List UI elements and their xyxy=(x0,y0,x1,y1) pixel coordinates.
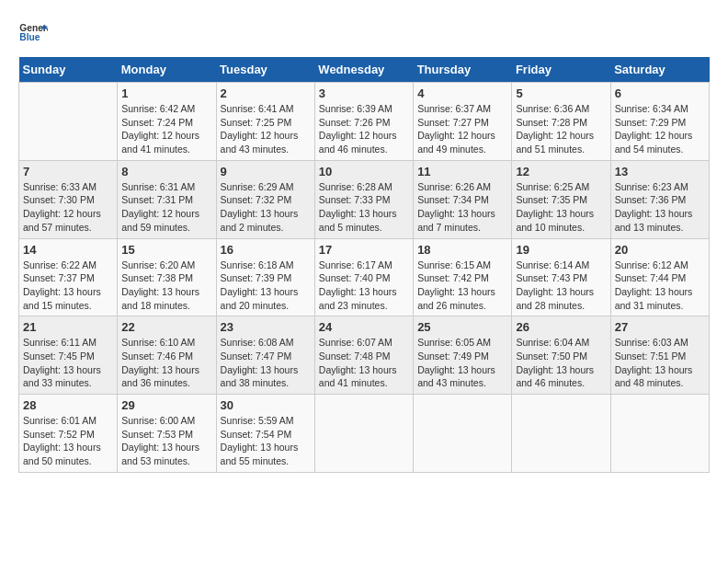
day-detail: Sunrise: 6:29 AMSunset: 7:32 PMDaylight:… xyxy=(221,180,311,235)
day-number: 14 xyxy=(23,243,113,257)
week-row-2: 7 Sunrise: 6:33 AMSunset: 7:30 PMDayligh… xyxy=(19,160,710,238)
calendar-cell: 10 Sunrise: 6:28 AMSunset: 7:33 PMDaylig… xyxy=(314,160,413,238)
calendar-cell: 22 Sunrise: 6:10 AMSunset: 7:46 PMDaylig… xyxy=(118,316,216,395)
day-detail: Sunrise: 6:07 AMSunset: 7:48 PMDaylight:… xyxy=(319,336,409,390)
day-number: 17 xyxy=(319,243,409,257)
day-number: 22 xyxy=(121,320,211,334)
day-number: 4 xyxy=(417,86,507,100)
day-number: 27 xyxy=(615,320,705,334)
day-of-week-saturday: Saturday xyxy=(610,57,709,83)
day-detail: Sunrise: 6:42 AMSunset: 7:24 PMDaylight:… xyxy=(121,102,211,156)
day-number: 15 xyxy=(121,243,211,257)
day-number: 10 xyxy=(319,165,409,178)
calendar-cell: 30 Sunrise: 5:59 AMSunset: 7:54 PMDaylig… xyxy=(216,395,314,473)
day-detail: Sunrise: 6:15 AMSunset: 7:42 PMDaylight:… xyxy=(417,259,507,313)
day-detail: Sunrise: 6:22 AMSunset: 7:37 PMDaylight:… xyxy=(23,259,113,313)
day-number: 1 xyxy=(121,86,211,100)
calendar-cell: 7 Sunrise: 6:33 AMSunset: 7:30 PMDayligh… xyxy=(19,160,118,238)
day-number: 5 xyxy=(516,86,606,100)
day-number: 26 xyxy=(516,320,606,334)
day-detail: Sunrise: 6:08 AMSunset: 7:47 PMDaylight:… xyxy=(221,336,311,390)
day-detail: Sunrise: 6:10 AMSunset: 7:46 PMDaylight:… xyxy=(121,336,211,390)
calendar-cell: 27 Sunrise: 6:03 AMSunset: 7:51 PMDaylig… xyxy=(610,316,709,395)
calendar-cell: 12 Sunrise: 6:25 AMSunset: 7:35 PMDaylig… xyxy=(512,160,610,238)
day-detail: Sunrise: 6:25 AMSunset: 7:35 PMDaylight:… xyxy=(516,180,606,235)
week-row-5: 28 Sunrise: 6:01 AMSunset: 7:52 PMDaylig… xyxy=(19,395,710,473)
calendar-cell: 9 Sunrise: 6:29 AMSunset: 7:32 PMDayligh… xyxy=(216,160,314,238)
day-number: 19 xyxy=(516,243,606,257)
header: General Blue xyxy=(18,18,710,48)
calendar-cell: 19 Sunrise: 6:14 AMSunset: 7:43 PMDaylig… xyxy=(512,238,610,316)
day-number: 3 xyxy=(319,86,409,100)
day-of-week-friday: Friday xyxy=(512,57,610,83)
calendar-cell xyxy=(414,395,512,473)
day-number: 24 xyxy=(319,320,409,334)
calendar-cell: 23 Sunrise: 6:08 AMSunset: 7:47 PMDaylig… xyxy=(216,316,314,395)
calendar-table: SundayMondayTuesdayWednesdayThursdayFrid… xyxy=(18,57,710,473)
calendar-cell xyxy=(314,395,413,473)
days-of-week-row: SundayMondayTuesdayWednesdayThursdayFrid… xyxy=(19,57,710,83)
calendar-cell: 1 Sunrise: 6:42 AMSunset: 7:24 PMDayligh… xyxy=(118,83,216,161)
day-detail: Sunrise: 6:41 AMSunset: 7:25 PMDaylight:… xyxy=(221,102,311,156)
calendar-cell: 15 Sunrise: 6:20 AMSunset: 7:38 PMDaylig… xyxy=(118,238,216,316)
day-of-week-tuesday: Tuesday xyxy=(216,57,314,83)
day-number: 2 xyxy=(221,86,311,100)
day-detail: Sunrise: 6:17 AMSunset: 7:40 PMDaylight:… xyxy=(319,259,409,313)
logo-icon: General Blue xyxy=(18,18,48,48)
day-detail: Sunrise: 6:11 AMSunset: 7:45 PMDaylight:… xyxy=(23,336,113,390)
day-number: 11 xyxy=(417,165,507,178)
day-detail: Sunrise: 5:59 AMSunset: 7:54 PMDaylight:… xyxy=(221,414,311,468)
calendar-cell: 8 Sunrise: 6:31 AMSunset: 7:31 PMDayligh… xyxy=(118,160,216,238)
day-detail: Sunrise: 6:28 AMSunset: 7:33 PMDaylight:… xyxy=(319,180,409,235)
calendar-cell: 5 Sunrise: 6:36 AMSunset: 7:28 PMDayligh… xyxy=(512,83,610,161)
day-number: 8 xyxy=(121,165,211,178)
calendar-cell: 26 Sunrise: 6:04 AMSunset: 7:50 PMDaylig… xyxy=(512,316,610,395)
day-detail: Sunrise: 6:12 AMSunset: 7:44 PMDaylight:… xyxy=(615,259,705,313)
calendar-body: 1 Sunrise: 6:42 AMSunset: 7:24 PMDayligh… xyxy=(19,83,710,473)
calendar-cell: 3 Sunrise: 6:39 AMSunset: 7:26 PMDayligh… xyxy=(314,83,413,161)
day-number: 30 xyxy=(221,398,311,412)
day-number: 23 xyxy=(221,320,311,334)
svg-text:Blue: Blue xyxy=(19,32,40,42)
calendar-cell: 16 Sunrise: 6:18 AMSunset: 7:39 PMDaylig… xyxy=(216,238,314,316)
calendar-cell: 17 Sunrise: 6:17 AMSunset: 7:40 PMDaylig… xyxy=(314,238,413,316)
day-number: 7 xyxy=(23,165,113,178)
day-number: 21 xyxy=(23,320,113,334)
calendar-cell: 24 Sunrise: 6:07 AMSunset: 7:48 PMDaylig… xyxy=(314,316,413,395)
week-row-1: 1 Sunrise: 6:42 AMSunset: 7:24 PMDayligh… xyxy=(19,83,710,161)
day-detail: Sunrise: 6:03 AMSunset: 7:51 PMDaylight:… xyxy=(615,336,705,390)
day-number: 18 xyxy=(417,243,507,257)
logo: General Blue xyxy=(18,18,48,48)
day-detail: Sunrise: 6:33 AMSunset: 7:30 PMDaylight:… xyxy=(23,180,113,235)
calendar-cell: 20 Sunrise: 6:12 AMSunset: 7:44 PMDaylig… xyxy=(610,238,709,316)
day-detail: Sunrise: 6:05 AMSunset: 7:49 PMDaylight:… xyxy=(417,336,507,390)
day-number: 29 xyxy=(121,398,211,412)
day-of-week-monday: Monday xyxy=(118,57,216,83)
day-of-week-sunday: Sunday xyxy=(19,57,118,83)
calendar-cell: 25 Sunrise: 6:05 AMSunset: 7:49 PMDaylig… xyxy=(414,316,512,395)
calendar-cell: 6 Sunrise: 6:34 AMSunset: 7:29 PMDayligh… xyxy=(610,83,709,161)
day-detail: Sunrise: 6:04 AMSunset: 7:50 PMDaylight:… xyxy=(516,336,606,390)
calendar-header: SundayMondayTuesdayWednesdayThursdayFrid… xyxy=(19,57,710,83)
day-number: 28 xyxy=(23,398,113,412)
calendar-cell: 28 Sunrise: 6:01 AMSunset: 7:52 PMDaylig… xyxy=(19,395,118,473)
calendar-cell: 18 Sunrise: 6:15 AMSunset: 7:42 PMDaylig… xyxy=(414,238,512,316)
calendar-cell: 21 Sunrise: 6:11 AMSunset: 7:45 PMDaylig… xyxy=(19,316,118,395)
calendar-cell: 11 Sunrise: 6:26 AMSunset: 7:34 PMDaylig… xyxy=(414,160,512,238)
day-of-week-thursday: Thursday xyxy=(414,57,512,83)
day-detail: Sunrise: 6:01 AMSunset: 7:52 PMDaylight:… xyxy=(23,414,113,468)
day-detail: Sunrise: 6:20 AMSunset: 7:38 PMDaylight:… xyxy=(121,259,211,313)
day-detail: Sunrise: 6:18 AMSunset: 7:39 PMDaylight:… xyxy=(221,259,311,313)
calendar-cell: 29 Sunrise: 6:00 AMSunset: 7:53 PMDaylig… xyxy=(118,395,216,473)
day-number: 9 xyxy=(221,165,311,178)
day-of-week-wednesday: Wednesday xyxy=(314,57,413,83)
day-detail: Sunrise: 6:34 AMSunset: 7:29 PMDaylight:… xyxy=(615,102,705,156)
week-row-4: 21 Sunrise: 6:11 AMSunset: 7:45 PMDaylig… xyxy=(19,316,710,395)
calendar-cell xyxy=(512,395,610,473)
calendar-cell: 14 Sunrise: 6:22 AMSunset: 7:37 PMDaylig… xyxy=(19,238,118,316)
day-number: 6 xyxy=(615,86,705,100)
day-detail: Sunrise: 6:14 AMSunset: 7:43 PMDaylight:… xyxy=(516,259,606,313)
calendar-cell xyxy=(610,395,709,473)
calendar-cell: 4 Sunrise: 6:37 AMSunset: 7:27 PMDayligh… xyxy=(414,83,512,161)
day-number: 16 xyxy=(221,243,311,257)
